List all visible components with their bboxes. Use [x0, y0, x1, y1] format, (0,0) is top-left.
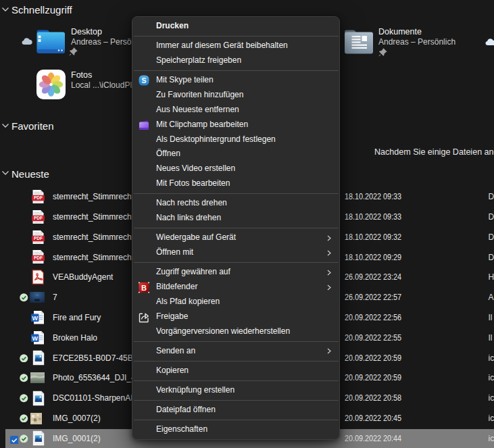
svg-text:S: S: [141, 76, 146, 84]
svg-text:B: B: [141, 284, 147, 292]
